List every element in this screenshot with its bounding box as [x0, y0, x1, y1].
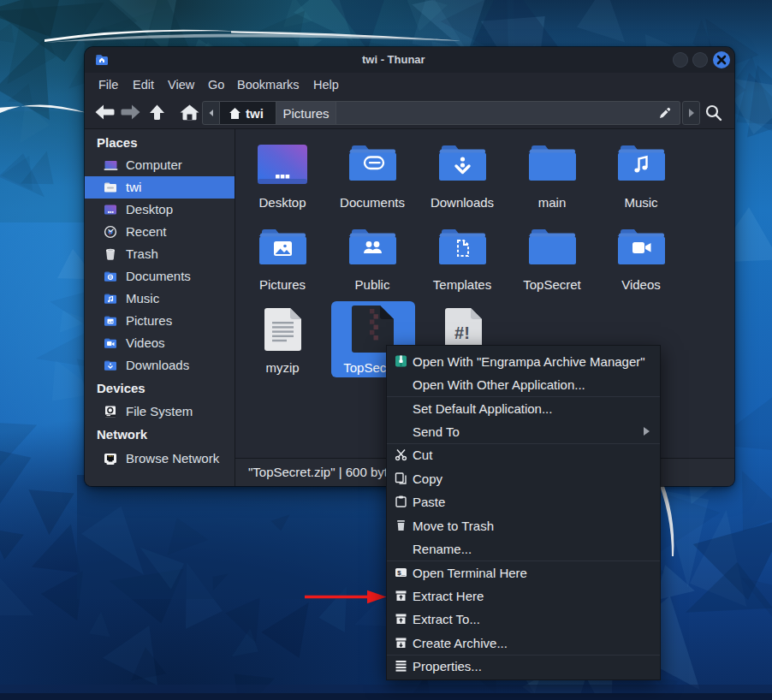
svg-text:$_: $_: [397, 569, 406, 577]
svg-text:#!: #!: [454, 323, 470, 342]
